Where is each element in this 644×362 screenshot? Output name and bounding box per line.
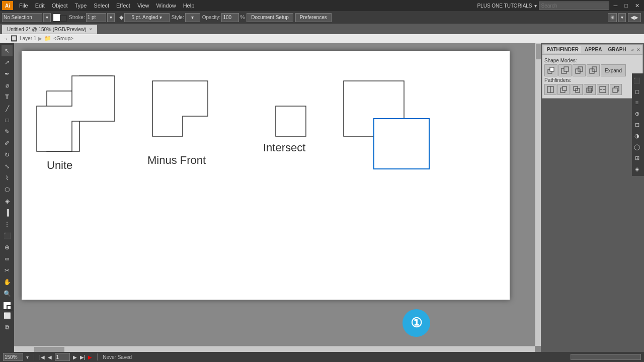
stroke-input[interactable]: 1 pt xyxy=(86,13,106,22)
breadcrumb: → 🔲 Layer 1 ▶ 📁 <Group> xyxy=(0,34,644,43)
ri-btn-2[interactable]: ◻ xyxy=(632,86,642,97)
warp-tool[interactable]: ⌇ xyxy=(2,172,13,184)
menu-edit[interactable]: Edit xyxy=(32,2,48,10)
ri-btn-9[interactable]: ◈ xyxy=(632,164,642,174)
exclude-mode-button[interactable] xyxy=(587,64,600,76)
artboard-tool[interactable]: ⬜ xyxy=(2,310,13,321)
next-page-button[interactable]: ▶ xyxy=(73,354,77,360)
unite-mode-button[interactable] xyxy=(544,64,557,76)
close-button[interactable]: ✕ xyxy=(632,3,642,9)
vertical-scrollbar[interactable] xyxy=(535,43,541,346)
right-icons: ⬛ ◻ ≡ ⊕ ⊟ ◑ ◯ ⊞ ◈ xyxy=(632,73,644,176)
pencil-tool[interactable]: ✐ xyxy=(2,138,13,149)
expand-button[interactable]: Expand xyxy=(601,64,626,76)
bc-layer[interactable]: Layer 1 xyxy=(20,36,36,41)
stroke-tool[interactable] xyxy=(7,305,13,311)
zoom-input[interactable]: 150% xyxy=(3,353,23,361)
ri-btn-5[interactable]: ⊟ xyxy=(632,120,642,130)
prev-page-button[interactable]: ◀ xyxy=(48,354,52,360)
menu-view[interactable]: View xyxy=(134,2,152,10)
ri-btn-6[interactable]: ◑ xyxy=(632,131,642,141)
paintbrush-tool[interactable]: ✎ xyxy=(2,126,13,137)
minus-front-mode-button[interactable] xyxy=(558,64,572,76)
mesh-tool[interactable]: ⋮ xyxy=(2,219,13,230)
free-transform-tool[interactable]: ⬡ xyxy=(2,184,13,195)
panel-tab-graphic[interactable]: GRAPH xyxy=(605,46,628,53)
pf-crop-button[interactable] xyxy=(584,84,596,95)
eyedropper-tool[interactable]: ⊕ xyxy=(2,242,13,253)
search-input[interactable] xyxy=(539,2,609,10)
stroke-control: Stroke: 1 pt ▾ xyxy=(69,13,115,22)
menu-object[interactable]: Object xyxy=(49,2,71,10)
intersect-mode-button[interactable] xyxy=(573,64,586,76)
pen-tool[interactable]: ✒ xyxy=(2,68,13,79)
menu-window[interactable]: Window xyxy=(153,2,179,10)
restore-button[interactable]: □ xyxy=(622,3,630,9)
panel-expand-button[interactable]: » xyxy=(631,47,634,52)
scissors-tool[interactable]: ✂ xyxy=(2,265,13,276)
hand-tool[interactable]: ✋ xyxy=(2,277,13,288)
fill-tool[interactable] xyxy=(3,302,11,310)
pf-outline-button[interactable] xyxy=(597,84,609,95)
menu-type[interactable]: Type xyxy=(72,2,90,10)
h-scroll-thumb[interactable] xyxy=(34,347,64,352)
blend-tool[interactable]: ∞ xyxy=(2,253,13,264)
status-dropdown[interactable]: ▾ xyxy=(26,354,29,360)
panel-tab-appearance[interactable]: APPEA xyxy=(582,46,604,53)
view-arrange-button[interactable]: ⊞ xyxy=(608,13,617,22)
column-graph-tool[interactable]: ▐ xyxy=(2,207,13,218)
tab-title: Untitled-2* @ 150% (RGB/Preview) xyxy=(7,27,86,32)
page-input[interactable]: 1 xyxy=(55,353,70,361)
direct-selection-tool[interactable]: ↗ xyxy=(2,57,13,68)
curvature-tool[interactable]: ⌀ xyxy=(2,80,13,91)
document-tab[interactable]: Untitled-2* @ 150% (RGB/Preview) × xyxy=(2,25,97,34)
document-setup-button[interactable]: Document Setup xyxy=(247,13,293,22)
selection-tool[interactable]: ↖ xyxy=(2,45,13,56)
pf-minus-back-button[interactable] xyxy=(610,84,622,95)
first-page-button[interactable]: |◀ xyxy=(39,354,45,360)
line-tool[interactable]: ╱ xyxy=(2,103,13,114)
panel-tab-pathfinder[interactable]: PATHFINDER xyxy=(544,46,581,53)
stroke-dropdown[interactable]: ▾ xyxy=(107,13,115,22)
menu-file[interactable]: File xyxy=(16,2,31,10)
brush-selector[interactable]: 5 pt. Angled ▾ xyxy=(124,13,170,22)
minus-front-path xyxy=(152,81,208,136)
stroke-swatch[interactable] xyxy=(60,15,67,22)
horizontal-scrollbar[interactable] xyxy=(14,346,535,352)
ri-btn-3[interactable]: ≡ xyxy=(632,98,642,108)
pf-divide-button[interactable] xyxy=(544,84,556,95)
bc-group[interactable]: <Group> xyxy=(53,36,73,41)
slice-tool[interactable]: ⧉ xyxy=(2,322,13,333)
canvas-area[interactable]: Unite Minus Front Intersect xyxy=(14,43,541,352)
gradient-tool[interactable]: ⬛ xyxy=(2,230,13,241)
minimize-button[interactable]: ─ xyxy=(611,3,620,9)
ri-btn-8[interactable]: ⊞ xyxy=(632,153,642,163)
v-scroll-thumb[interactable] xyxy=(536,44,541,59)
panel-menu-button[interactable]: ✕ xyxy=(636,47,640,52)
record-button[interactable]: ▶ xyxy=(88,354,92,360)
selection-dropdown[interactable]: ▾ xyxy=(43,13,51,22)
selection-input[interactable]: No Selection xyxy=(2,13,42,22)
menu-help[interactable]: Help xyxy=(180,2,198,10)
symbol-sprayer-tool[interactable]: ◈ xyxy=(2,196,13,207)
pf-trim-button[interactable] xyxy=(557,84,570,95)
preferences-button[interactable]: Preferences xyxy=(295,13,332,22)
shape-tool[interactable]: □ xyxy=(2,115,13,126)
tab-close-button[interactable]: × xyxy=(89,27,92,32)
zoom-tool[interactable]: 🔍 xyxy=(2,288,13,299)
view-mode-button[interactable]: ▾ xyxy=(618,13,626,22)
menu-effect[interactable]: Effect xyxy=(113,2,133,10)
style-dropdown[interactable]: ▾ xyxy=(185,13,200,22)
last-page-button[interactable]: ▶| xyxy=(80,354,86,360)
panel-collapse-button[interactable]: ◀▶ xyxy=(628,13,641,22)
pf-merge-button[interactable] xyxy=(571,84,583,95)
type-tool[interactable]: T xyxy=(2,92,13,103)
ri-btn-1[interactable]: ⬛ xyxy=(632,75,642,85)
rotate-tool[interactable]: ↻ xyxy=(2,149,13,160)
ri-btn-4[interactable]: ⊕ xyxy=(632,109,642,119)
status-progress-area xyxy=(571,354,641,360)
menu-select[interactable]: Select xyxy=(91,2,112,10)
ri-btn-7[interactable]: ◯ xyxy=(632,142,642,152)
opacity-input[interactable]: 100 xyxy=(221,13,239,22)
scale-tool[interactable]: ⤡ xyxy=(2,161,13,172)
